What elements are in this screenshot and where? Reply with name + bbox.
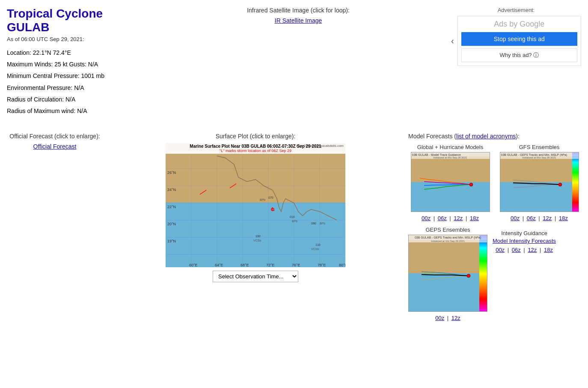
as-of-text: As of 06:00 UTC Sep 29, 2021: xyxy=(7,36,146,42)
svg-text:190: 190 xyxy=(255,235,261,238)
model-item-global: Global + Hurricane Models 03B GULAB - Mo… xyxy=(408,144,492,221)
page-title: Tropical Cyclone GULAB xyxy=(7,7,146,34)
min-pressure: Minimum Central Pressure: 1001 mb xyxy=(7,71,146,81)
intensity-label: Intensity Guidance xyxy=(493,230,556,236)
model-header-end: ): xyxy=(516,133,520,140)
svg-text:72°E: 72°E xyxy=(266,263,275,267)
intensity-time-links: 00z | 06z | 12z | 18z xyxy=(493,247,556,253)
svg-text:78°E: 78°E xyxy=(318,263,326,267)
stop-seeing-ad-button[interactable]: Stop seeing this ad xyxy=(461,32,577,46)
radius-max-wind: Radius of Maximum wind: N/A xyxy=(7,106,146,116)
obs-time-dropdown-container[interactable]: Select Observation Time... 00:00Z Sep 29… xyxy=(166,271,345,282)
model-label-geps: GEPS Ensembles xyxy=(408,227,487,233)
model-forecasts-header: Model Forecasts (list of model acronyms)… xyxy=(408,133,581,140)
map-author: Levi Cowan - tropicaltdbits.com xyxy=(296,144,344,148)
gfs-ensemble-tracks-svg xyxy=(500,152,579,212)
location: Location: 22.1°N 72.4°E xyxy=(7,48,146,58)
svg-text:60°E: 60°E xyxy=(189,263,198,267)
radius-circulation: Radius of Circulation: N/A xyxy=(7,94,146,105)
model-item-gfs: GFS Ensembles 03B GULAB - GEFS Tracks an… xyxy=(497,144,581,221)
why-this-ad-button[interactable]: Why this ad? ⓘ xyxy=(461,48,577,62)
gfs-06z-link[interactable]: 06z xyxy=(527,215,536,221)
svg-text:68°E: 68°E xyxy=(241,263,249,267)
intensity-00z-link[interactable]: 00z xyxy=(496,247,505,253)
official-forecast-header: Official Forecast (click to enlarge): xyxy=(7,133,103,140)
ad-label: Advertisement: xyxy=(451,7,581,13)
gfs-12z-link[interactable]: 12z xyxy=(543,215,552,221)
geps-tracks-svg xyxy=(409,235,487,311)
geps-map-subtitle: Initialized at 12z Sep 29 2021 xyxy=(409,240,487,242)
svg-text:110: 110 xyxy=(315,243,321,246)
model-map-global-title: 03B GULAB - Model Track Guidance xyxy=(411,152,490,156)
intensity-06z-link[interactable]: 06z xyxy=(512,247,521,253)
geps-00z-link[interactable]: 00z xyxy=(435,315,444,321)
svg-point-38 xyxy=(469,183,473,186)
svg-line-25 xyxy=(200,190,206,194)
svg-text:VCSb: VCSb xyxy=(311,248,319,251)
model-label-gfs: GFS Ensembles xyxy=(497,144,581,150)
official-forecast-link[interactable]: Official Forecast xyxy=(33,143,77,150)
max-winds: Maximum Winds: 25 kt Gusts: N/A xyxy=(7,59,146,70)
surface-plot-container[interactable]: Marine Surface Plot Near 03B GULAB 06:00… xyxy=(166,143,345,282)
svg-text:080: 080 xyxy=(311,222,316,225)
gfs-00z-link[interactable]: 00z xyxy=(511,215,520,221)
svg-text:76°E: 76°E xyxy=(292,263,300,267)
svg-point-39 xyxy=(558,183,562,186)
svg-text:19°N: 19°N xyxy=(167,239,176,243)
model-label-global: Global + Hurricane Models xyxy=(408,144,492,150)
ir-satellite-link[interactable]: IR Satellite Image xyxy=(275,17,322,24)
svg-point-40 xyxy=(467,274,470,278)
global-18z-link[interactable]: 18z xyxy=(470,215,479,221)
model-map-global[interactable]: 03B GULAB - Model Track Guidance Initial… xyxy=(411,152,490,212)
ad-back-arrow[interactable]: ‹ xyxy=(451,36,454,46)
global-12z-link[interactable]: 12z xyxy=(454,215,463,221)
svg-text:20°N: 20°N xyxy=(167,222,176,226)
geps-time-links: 00z | 12z xyxy=(408,315,487,321)
model-header-text: Model Forecasts ( xyxy=(408,133,456,140)
map-grid-svg: 26°N 24°N 22°N 20°N 19°N 60°E 64°E 68°E … xyxy=(166,143,345,267)
model-item-geps: GEPS Ensembles 03B GULAB - GEPS Tracks a… xyxy=(408,227,487,321)
ads-by-google: Ads by Google xyxy=(461,20,577,29)
global-06z-link[interactable]: 06z xyxy=(438,215,447,221)
svg-text:BPb: BPb xyxy=(292,220,297,223)
global-model-tracks-svg xyxy=(411,152,490,212)
svg-text:64°E: 64°E xyxy=(215,263,223,267)
model-map-gfs-subtitle: Initialized at 00z Sep 29 2021 xyxy=(500,156,579,159)
model-map-gfs-title: 03B GULAB - GEFS Tracks and Min. MSLP (h… xyxy=(500,152,579,156)
map-subtitle-text: "L" marks storm location as of 06Z Sep 2… xyxy=(167,149,344,153)
model-row-2: GEPS Ensembles 03B GULAB - GEPS Tracks a… xyxy=(408,227,581,321)
ir-section-header: Infrared Satellite Image (click for loop… xyxy=(152,7,444,14)
svg-text:070: 070 xyxy=(268,196,273,199)
gfs-18z-link[interactable]: 18z xyxy=(559,215,568,221)
model-map-gfs[interactable]: 03B GULAB - GEFS Tracks and Min. MSLP (h… xyxy=(500,152,579,212)
model-acronyms-link[interactable]: list of model acronyms xyxy=(456,133,516,140)
gfs-time-links: 00z | 06z | 12z | 18z xyxy=(497,215,581,221)
model-map-geps[interactable]: 03B GULAB - GEPS Tracks and Min. MSLP (h… xyxy=(408,235,487,312)
surface-map[interactable]: Marine Surface Plot Near 03B GULAB 06:00… xyxy=(166,143,345,267)
geps-12z-link[interactable]: 12z xyxy=(451,315,460,321)
svg-text:VCSb: VCSb xyxy=(253,239,261,242)
svg-text:BPb: BPb xyxy=(320,222,325,225)
intensity-18z-link[interactable]: 18z xyxy=(544,247,553,253)
svg-text:BPb: BPb xyxy=(260,198,265,201)
model-map-global-subtitle: Initialized at 00z Sep 29 2021 xyxy=(411,156,490,159)
env-pressure: Environmental Pressure: N/A xyxy=(7,83,146,93)
svg-text:24°N: 24°N xyxy=(167,188,176,192)
global-model-time-links: 00z | 06z | 12z | 18z xyxy=(408,215,492,221)
model-item-intensity: Intensity Guidance Model Intensity Forec… xyxy=(493,230,556,321)
surface-plot-header: Surface Plot (click to enlarge): xyxy=(110,133,401,140)
svg-text:010: 010 xyxy=(290,215,295,218)
svg-text:26°N: 26°N xyxy=(167,170,176,175)
storm-info: Location: 22.1°N 72.4°E Maximum Winds: 2… xyxy=(7,48,146,116)
global-00z-link[interactable]: 00z xyxy=(422,215,431,221)
model-grid: Global + Hurricane Models 03B GULAB - Mo… xyxy=(408,144,581,221)
ad-container: Ads by Google Stop seeing this ad Why th… xyxy=(457,16,581,66)
intensity-link[interactable]: Model Intensity Forecasts xyxy=(493,238,556,244)
svg-text:80°E: 80°E xyxy=(339,263,345,267)
geps-map-title: 03B GULAB - GEPS Tracks and Min. MSLP (h… xyxy=(409,235,487,240)
svg-text:22°N: 22°N xyxy=(167,205,176,209)
obs-time-select[interactable]: Select Observation Time... 00:00Z Sep 29… xyxy=(213,271,298,282)
intensity-12z-link[interactable]: 12z xyxy=(528,247,537,253)
